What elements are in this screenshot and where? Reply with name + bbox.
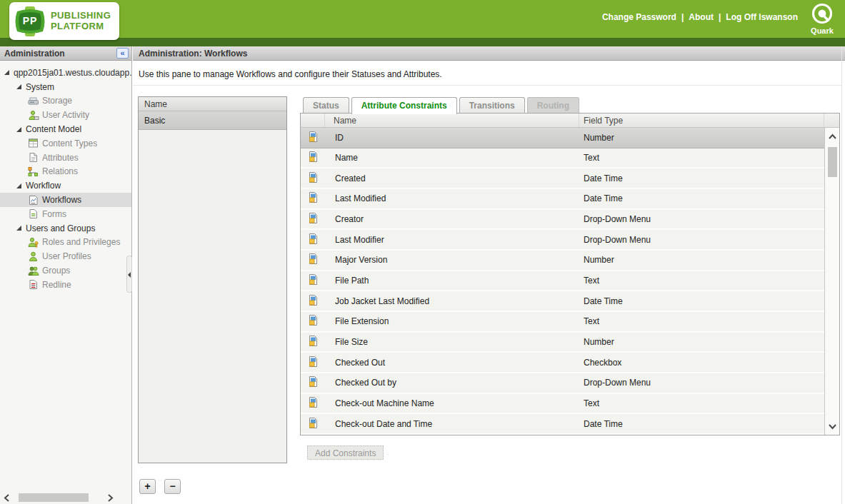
constraint-field-type: Date Time	[579, 419, 824, 429]
constraint-name: Checked Out	[325, 358, 579, 368]
sidebar-title: Administration	[4, 49, 65, 59]
sidebar-item-content-types[interactable]: Content Types	[0, 136, 131, 151]
add-constraints-button[interactable]: Add Constraints	[307, 445, 384, 460]
constraint-row-file-extension[interactable]: File ExtensionText	[301, 312, 824, 333]
workflow-list-header[interactable]: Name	[139, 97, 286, 111]
tree-item-label: User Profiles	[42, 251, 91, 261]
sidebar-item-storage[interactable]: Storage	[0, 94, 131, 109]
sidebar-item-system[interactable]: System	[0, 80, 131, 94]
horizontal-scroll-thumb[interactable]	[19, 493, 89, 502]
sidebar-item-attributes[interactable]: Attributes	[0, 151, 131, 165]
nav-separator: |	[681, 12, 684, 22]
tree-item-label: Content Types	[42, 138, 97, 148]
constraint-row-major-version[interactable]: Major VersionNumber	[301, 251, 824, 271]
pp-logo-text: PP	[14, 15, 46, 26]
tab-transitions[interactable]: Transitions	[459, 97, 525, 113]
attribute-icon	[308, 376, 319, 389]
tree-item-label: Storage	[42, 96, 72, 106]
attribute-icon	[308, 274, 319, 287]
nav-link-change-password[interactable]: Change Password	[602, 12, 676, 22]
constraint-field-type: Drop-Down Menu	[579, 235, 824, 245]
constraint-name: Name	[325, 153, 579, 163]
constraint-row-last-modifier[interactable]: Last ModifierDrop-Down Menu	[301, 230, 824, 251]
attribute-cell-icon	[301, 295, 325, 308]
tab-status[interactable]: Status	[303, 97, 349, 113]
constraint-row-last-modified[interactable]: Last ModifiedDate Time	[301, 189, 824, 210]
groups-icon	[28, 266, 39, 276]
expander-icon[interactable]	[16, 126, 22, 133]
expander-icon[interactable]	[16, 183, 22, 189]
remove-workflow-button[interactable]: −	[164, 479, 181, 494]
icon-column-header	[301, 114, 325, 127]
attribute-icon	[308, 233, 319, 246]
sidebar-header: Administration «	[0, 46, 131, 61]
sidebar-splitter-handle[interactable]	[126, 256, 132, 293]
scroll-up-icon[interactable]	[828, 128, 837, 145]
sidebar-item-workflows[interactable]: Workflows	[0, 193, 131, 207]
constraint-field-type: Number	[579, 337, 824, 347]
tree-item-label: System	[26, 82, 54, 92]
tree-item-label: Workflow	[26, 181, 61, 191]
tree-item-label: Redline	[42, 280, 71, 290]
attribute-icon	[308, 213, 319, 226]
user-activity-icon	[28, 110, 39, 121]
sidebar-item-groups[interactable]: Groups	[0, 263, 131, 278]
constraint-row-file-path[interactable]: File PathText	[301, 271, 824, 292]
constraint-name: ID	[325, 133, 579, 143]
sidebar-item-forms[interactable]: Forms	[0, 207, 131, 221]
constraint-row-check-out-machine-name[interactable]: Check-out Machine NameText	[301, 394, 824, 415]
constraint-rows: IDNumberNameTextCreatedDate TimeLast Mod…	[301, 128, 824, 435]
sidebar-item-user-profiles[interactable]: User Profiles	[0, 249, 131, 263]
constraint-row-name[interactable]: NameText	[301, 148, 824, 169]
sidebar-item-workflow[interactable]: Workflow	[0, 178, 131, 193]
workflow-tabs: StatusAttribute ConstraintsTransitionsRo…	[303, 97, 579, 114]
sidebar-item-users-and-groups[interactable]: Users and Groups	[0, 221, 131, 236]
tree-item-label: Roles and Privileges	[42, 237, 120, 247]
constraint-row-file-size[interactable]: File SizeNumber	[301, 333, 824, 353]
constraint-field-type: Number	[579, 133, 824, 143]
constraint-name: Last Modified	[325, 193, 579, 203]
tab-routing: Routing	[527, 97, 579, 113]
scroll-right-icon[interactable]	[107, 493, 116, 503]
attribute-cell-icon	[301, 418, 325, 430]
workflow-list-item-basic[interactable]: Basic	[139, 111, 286, 130]
constraint-field-type: Date Time	[579, 173, 824, 183]
constraint-row-job-jacket-last-modified[interactable]: Job Jacket Last ModifiedDate Time	[301, 291, 824, 312]
constraint-field-type: Number	[579, 255, 824, 265]
constraint-row-created[interactable]: CreatedDate Time	[301, 168, 824, 189]
expander-icon[interactable]	[4, 69, 10, 76]
roles-icon	[28, 237, 39, 248]
sidebar-item-content-model[interactable]: Content Model	[0, 122, 131, 136]
add-workflow-button[interactable]: +	[139, 479, 156, 494]
vertical-scroll-thumb[interactable]	[828, 147, 837, 177]
table-vertical-scrollbar	[824, 128, 839, 435]
attribute-cell-icon	[301, 213, 325, 226]
sidebar-item-user-activity[interactable]: User Activity	[0, 108, 131, 122]
nav-link-about[interactable]: About	[689, 12, 714, 22]
name-column-header[interactable]: Name	[325, 114, 579, 127]
sidebar-item-qpp2015ja01-westus-cloudapp-a[interactable]: qpp2015ja01.westus.cloudapp.a	[0, 66, 131, 80]
attribute-icon	[308, 172, 319, 185]
constraint-row-checked-out-by[interactable]: Checked Out byDrop-Down Menu	[301, 373, 824, 394]
constraint-field-type: Text	[579, 153, 824, 163]
sidebar-item-redline[interactable]: Redline	[0, 278, 131, 292]
expander-icon[interactable]	[16, 84, 22, 90]
expander-icon[interactable]	[16, 225, 22, 231]
scroll-down-icon[interactable]	[828, 418, 837, 435]
scroll-left-icon[interactable]	[3, 493, 11, 503]
sidebar-item-relations[interactable]: Relations	[0, 165, 131, 179]
constraint-row-check-out-date-and-time[interactable]: Check-out Date and TimeDate Time	[301, 414, 824, 435]
attribute-icon	[308, 192, 319, 205]
sidebar-collapse-button[interactable]: «	[116, 48, 129, 59]
field-type-column-header[interactable]: Field Type	[579, 114, 824, 127]
constraint-row-id[interactable]: IDNumber	[301, 128, 824, 148]
attribute-cell-icon	[301, 315, 325, 328]
tab-attribute-constraints[interactable]: Attribute Constraints	[351, 97, 457, 114]
constraint-row-checked-out[interactable]: Checked OutCheckbox	[301, 353, 824, 373]
attribute-icon	[308, 418, 319, 430]
constraint-name: Creator	[325, 214, 579, 224]
sidebar-item-roles-and-privileges[interactable]: Roles and Privileges	[0, 236, 131, 250]
nav-link-log-off-lswanson[interactable]: Log Off lswanson	[726, 12, 798, 22]
constraint-row-creator[interactable]: CreatorDrop-Down Menu	[301, 210, 824, 231]
attribute-icon	[308, 336, 319, 348]
